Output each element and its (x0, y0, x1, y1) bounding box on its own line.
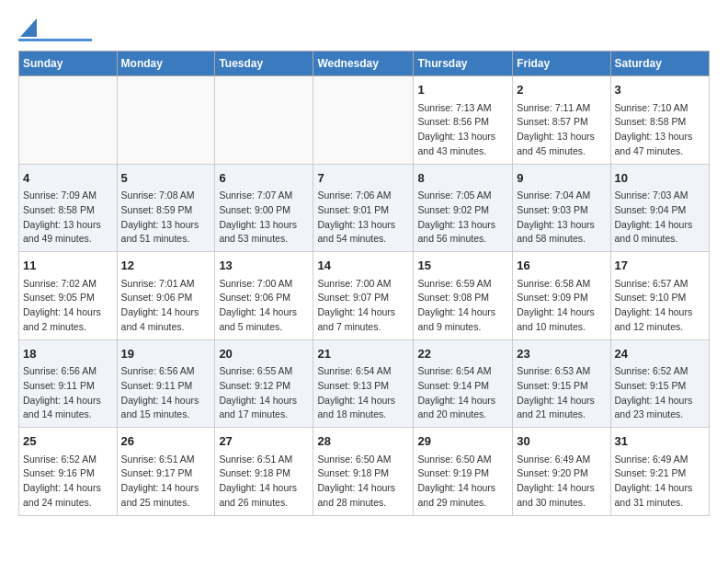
day-info: Daylight: 13 hours (615, 130, 705, 144)
calendar-cell: 26Sunrise: 6:51 AMSunset: 9:17 PMDayligh… (117, 428, 215, 516)
day-info: Sunrise: 6:56 AM (23, 364, 113, 379)
day-info: Sunset: 9:19 PM (417, 466, 508, 481)
day-info: Sunrise: 7:07 AM (219, 189, 309, 203)
day-info: Daylight: 14 hours (23, 394, 113, 408)
day-info: Sunrise: 6:49 AM (615, 453, 705, 467)
day-info: Sunset: 9:03 PM (517, 203, 606, 218)
day-info: and 7 minutes. (317, 320, 409, 335)
calendar-cell: 30Sunrise: 6:49 AMSunset: 9:20 PMDayligh… (513, 428, 610, 516)
calendar-cell (215, 76, 313, 165)
day-info: Sunset: 9:11 PM (23, 379, 113, 394)
day-info: Daylight: 14 hours (317, 305, 409, 320)
day-info: Sunrise: 6:58 AM (517, 277, 606, 292)
day-number: 20 (219, 345, 309, 363)
calendar-cell: 8Sunrise: 7:05 AMSunset: 9:02 PMDaylight… (414, 164, 513, 252)
calendar-cell: 10Sunrise: 7:03 AMSunset: 9:04 PMDayligh… (610, 164, 709, 252)
day-info: Daylight: 14 hours (517, 394, 606, 408)
calendar-cell: 21Sunrise: 6:54 AMSunset: 9:13 PMDayligh… (313, 339, 414, 428)
day-info: Daylight: 14 hours (121, 481, 211, 496)
calendar-cell: 24Sunrise: 6:52 AMSunset: 9:15 PMDayligh… (610, 339, 709, 428)
day-info: Sunset: 9:06 PM (121, 291, 211, 305)
day-info: Sunset: 9:13 PM (317, 379, 409, 394)
day-info: and 49 minutes. (23, 232, 113, 247)
calendar-week-row: 18Sunrise: 6:56 AMSunset: 9:11 PMDayligh… (19, 339, 710, 428)
day-number: 6 (219, 169, 309, 188)
day-info: and 9 minutes. (417, 320, 508, 335)
day-info: Sunrise: 7:06 AM (317, 189, 409, 203)
day-info: and 53 minutes. (219, 232, 309, 247)
day-number: 21 (317, 345, 409, 363)
day-number: 26 (121, 432, 211, 451)
day-number: 24 (615, 345, 705, 363)
day-info: and 17 minutes. (219, 408, 309, 422)
day-info: Daylight: 14 hours (417, 394, 508, 408)
col-header-saturday: Saturday (610, 52, 709, 76)
day-info: Daylight: 14 hours (219, 394, 309, 408)
calendar-cell: 17Sunrise: 6:57 AMSunset: 9:10 PMDayligh… (610, 252, 709, 340)
col-header-thursday: Thursday (414, 52, 513, 76)
day-info: Sunset: 9:20 PM (517, 466, 606, 481)
logo-arrow-icon (20, 18, 37, 37)
day-info: and 54 minutes. (317, 232, 409, 247)
calendar-cell: 1Sunrise: 7:13 AMSunset: 8:56 PMDaylight… (414, 76, 513, 165)
logo (18, 18, 92, 41)
day-info: and 25 minutes. (121, 496, 211, 511)
day-number: 31 (615, 432, 705, 451)
day-info: Sunset: 9:18 PM (317, 466, 409, 481)
day-info: Sunset: 9:08 PM (417, 291, 508, 305)
col-header-sunday: Sunday (19, 52, 118, 76)
day-info: Sunrise: 6:51 AM (121, 453, 211, 467)
calendar-cell: 16Sunrise: 6:58 AMSunset: 9:09 PMDayligh… (513, 252, 610, 340)
day-number: 10 (615, 169, 705, 188)
day-info: Sunset: 9:14 PM (417, 379, 508, 394)
day-info: Daylight: 14 hours (615, 481, 705, 496)
calendar-week-row: 11Sunrise: 7:02 AMSunset: 9:05 PMDayligh… (19, 252, 710, 340)
day-info: Daylight: 14 hours (615, 305, 705, 320)
day-info: Sunrise: 6:50 AM (417, 453, 508, 467)
day-info: Daylight: 13 hours (517, 218, 606, 233)
day-info: Daylight: 13 hours (219, 218, 309, 233)
day-info: Daylight: 14 hours (615, 218, 705, 233)
day-info: Sunset: 9:04 PM (615, 203, 705, 218)
day-info: Sunrise: 7:00 AM (219, 277, 309, 292)
col-header-monday: Monday (117, 52, 215, 76)
day-number: 9 (517, 169, 606, 188)
day-info: Daylight: 13 hours (317, 218, 409, 233)
day-info: and 51 minutes. (121, 232, 211, 247)
day-info: Sunset: 9:02 PM (417, 203, 508, 218)
calendar-cell: 27Sunrise: 6:51 AMSunset: 9:18 PMDayligh… (215, 428, 313, 516)
calendar-cell: 22Sunrise: 6:54 AMSunset: 9:14 PMDayligh… (414, 339, 513, 428)
day-info: Sunrise: 7:03 AM (615, 189, 705, 203)
day-number: 14 (317, 257, 409, 275)
day-info: Sunrise: 6:52 AM (615, 364, 705, 379)
day-info: Sunrise: 6:54 AM (417, 364, 508, 379)
calendar-cell: 15Sunrise: 6:59 AMSunset: 9:08 PMDayligh… (414, 252, 513, 340)
calendar-table: SundayMondayTuesdayWednesdayThursdayFrid… (18, 51, 710, 516)
day-info: and 18 minutes. (317, 408, 409, 422)
day-info: and 28 minutes. (317, 496, 409, 511)
day-info: Sunrise: 7:09 AM (23, 189, 113, 203)
calendar-cell: 29Sunrise: 6:50 AMSunset: 9:19 PMDayligh… (414, 428, 513, 516)
calendar-cell: 23Sunrise: 6:53 AMSunset: 9:15 PMDayligh… (513, 339, 610, 428)
day-number: 22 (417, 345, 508, 363)
day-info: Sunset: 9:12 PM (219, 379, 309, 394)
day-number: 7 (317, 169, 409, 188)
day-info: Sunrise: 7:01 AM (121, 277, 211, 292)
day-info: Daylight: 14 hours (317, 394, 409, 408)
day-number: 3 (615, 81, 705, 99)
calendar-cell: 31Sunrise: 6:49 AMSunset: 9:21 PMDayligh… (610, 428, 709, 516)
day-info: Sunrise: 6:57 AM (615, 277, 705, 292)
day-info: and 4 minutes. (121, 320, 211, 335)
calendar-cell: 4Sunrise: 7:09 AMSunset: 8:58 PMDaylight… (19, 164, 118, 252)
calendar-cell (117, 76, 215, 165)
day-info: and 43 minutes. (417, 144, 508, 159)
day-info: Daylight: 14 hours (517, 305, 606, 320)
calendar-cell: 7Sunrise: 7:06 AMSunset: 9:01 PMDaylight… (313, 164, 414, 252)
day-info: Daylight: 14 hours (615, 394, 705, 408)
day-number: 13 (219, 257, 309, 275)
day-info: Daylight: 14 hours (219, 305, 309, 320)
day-info: Sunrise: 6:55 AM (219, 364, 309, 379)
day-info: Daylight: 14 hours (23, 481, 113, 496)
calendar-cell: 3Sunrise: 7:10 AMSunset: 8:58 PMDaylight… (610, 76, 709, 165)
day-info: and 12 minutes. (615, 320, 705, 335)
